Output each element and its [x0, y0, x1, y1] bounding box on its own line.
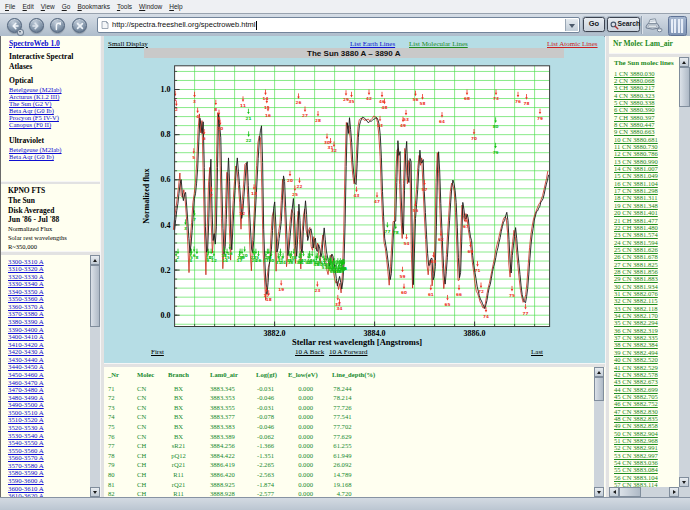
menu-tools[interactable]: Tools	[117, 3, 132, 10]
scroll-down-button[interactable]	[594, 487, 604, 497]
range-link[interactable]: 3540-3550 A	[8, 439, 44, 446]
atlas-link[interactable]: Beta Aqr (G0 Ib)	[9, 107, 54, 114]
range-link[interactable]: 3380-3390 A	[8, 318, 44, 325]
molec-line-link[interactable]: 41 CN 3882.529	[614, 364, 658, 371]
range-link[interactable]: 3300-3310 A	[8, 258, 44, 265]
molec-line-link[interactable]: 31 CN 3882.076	[614, 290, 658, 297]
menu-view[interactable]: View	[41, 3, 55, 10]
molec-line-link[interactable]: 4 CN 3880.323	[614, 92, 654, 99]
molec-line-link[interactable]: 2 CN 3880.068	[614, 77, 654, 84]
range-link[interactable]: 3530-3540 A	[8, 432, 44, 439]
molec-line-link[interactable]: 17 CN 3881.298	[614, 187, 658, 194]
molec-line-link[interactable]: 44 CN 3882.699	[614, 386, 658, 393]
scroll-up-button[interactable]	[90, 255, 100, 265]
table-scrollbar[interactable]	[594, 367, 604, 497]
range-link[interactable]: 3410-3420 A	[8, 341, 44, 348]
molec-line-link[interactable]: 55 CN 3883.084	[614, 466, 658, 473]
molec-line-link[interactable]: 51 CN 3882.968	[614, 437, 658, 444]
atlas-link[interactable]: Betelgeuse (M2Iab)	[9, 86, 62, 93]
molec-line-link[interactable]: 47 CN 3882.830	[614, 408, 658, 415]
range-link[interactable]: 3360-3370 A	[8, 303, 44, 310]
molec-line-link[interactable]: 53 CN 3882.997	[614, 452, 658, 459]
molec-line-link[interactable]: 10 CN 3880.681	[614, 136, 658, 143]
atlas-link[interactable]: The Sun (G2 V)	[9, 100, 52, 107]
molec-line-link[interactable]: 38 CN 3882.384	[614, 341, 658, 348]
nav-first-link[interactable]: First	[151, 348, 164, 356]
menu-window[interactable]: Window	[139, 3, 162, 10]
nav-last-link[interactable]: Last	[531, 348, 543, 356]
molec-line-link[interactable]: 39 CN 3882.494	[614, 349, 658, 356]
scroll-up-button[interactable]	[594, 367, 604, 377]
scroll-down-button[interactable]	[90, 487, 100, 497]
molec-line-link[interactable]: 30 CN 3881.934	[614, 283, 658, 290]
atlas-link[interactable]: Canopus (F0 II)	[9, 121, 51, 128]
forward-button[interactable]	[29, 18, 44, 33]
ranges-scrollbar[interactable]	[90, 255, 100, 497]
stop-button[interactable]	[72, 18, 87, 33]
range-link[interactable]: 3600-3610 A	[8, 485, 44, 492]
printer-icon[interactable]	[644, 17, 663, 33]
molec-line-link[interactable]: 32 CN 3882.115	[614, 297, 658, 304]
molec-line-link[interactable]: 35 CN 3882.294	[614, 319, 658, 326]
molec-line-link[interactable]: 14 CN 3881.007	[614, 165, 658, 172]
scroll-up-button[interactable]	[679, 57, 689, 67]
molec-line-link[interactable]: 27 CN 3881.825	[614, 261, 658, 268]
reload-button[interactable]	[50, 18, 65, 33]
range-link[interactable]: 3390-3400 A	[8, 326, 44, 333]
molec-line-link[interactable]: 45 CN 3882.705	[614, 393, 658, 400]
back-dropdown-icon[interactable]	[17, 29, 24, 36]
range-link[interactable]: 3490-3500 A	[8, 401, 44, 408]
molec-line-link[interactable]: 50 CN 3882.904	[614, 430, 658, 437]
range-link[interactable]: 3520-3530 A	[8, 424, 44, 431]
range-link[interactable]: 3470-3480 A	[8, 386, 44, 393]
range-link[interactable]: 3370-3380 A	[8, 310, 44, 317]
molec-line-link[interactable]: 22 CH 3881.480	[614, 224, 658, 231]
molec-line-link[interactable]: 8 CN 3880.447	[614, 121, 654, 128]
molec-line-link[interactable]: 34 CN 3882.170	[614, 312, 658, 319]
menu-edit[interactable]: Edit	[23, 3, 34, 10]
atlas-link[interactable]: Betelgeuse (M2Iab)	[9, 146, 62, 153]
molec-vscrollbar[interactable]	[679, 57, 690, 487]
scrollbar-thumb[interactable]	[619, 487, 641, 497]
molec-line-link[interactable]: 37 CN 3882.335	[614, 334, 658, 341]
molec-line-link[interactable]: 21 CH 3881.477	[614, 217, 658, 224]
molec-line-link[interactable]: 56 CN 3883.104	[614, 474, 658, 481]
molec-line-link[interactable]: 12 CN 3880.786	[614, 150, 658, 157]
range-link[interactable]: 3480-3490 A	[8, 394, 44, 401]
menu-file[interactable]: File	[5, 3, 16, 10]
throbber-logo[interactable]	[668, 16, 687, 36]
molec-line-link[interactable]: 40 CN 3882.520	[614, 356, 658, 363]
url-dropdown-button[interactable]	[565, 19, 578, 31]
molec-line-link[interactable]: 18 CN 3881.311	[614, 194, 658, 201]
molec-hscrollbar[interactable]	[609, 487, 679, 497]
scrollbar-thumb[interactable]	[679, 67, 690, 107]
scrollbar-thumb[interactable]	[90, 265, 100, 327]
range-link[interactable]: 3510-3520 A	[8, 416, 44, 423]
molec-line-link[interactable]: 49 CN 3882.858	[614, 422, 658, 429]
range-link[interactable]: 3310-3320 A	[8, 265, 44, 272]
search-button[interactable]: Search	[607, 17, 640, 32]
range-link[interactable]: 3590-3600 A	[8, 477, 44, 484]
molec-line-link[interactable]: 13 CN 3880.990	[614, 158, 658, 165]
menu-bookmarks[interactable]: Bookmarks	[77, 3, 110, 10]
molec-line-link[interactable]: 48 CN 3882.835	[614, 415, 658, 422]
range-link[interactable]: 3400-3410 A	[8, 333, 44, 340]
range-link[interactable]: 3420-3430 A	[8, 348, 44, 355]
range-link[interactable]: 3460-3470 A	[8, 379, 44, 386]
atlas-link[interactable]: Beta Aqr (G0 Ib)	[9, 153, 54, 160]
atlas-link[interactable]: Procyon (F5 IV-V)	[9, 114, 59, 121]
range-link[interactable]: 3440-3450 A	[8, 363, 44, 370]
url-bar[interactable]: http://spectra.freeshell.org/spectroweb.…	[97, 17, 580, 33]
molec-line-link[interactable]: 19 CN 3881.348	[614, 202, 658, 209]
molec-line-link[interactable]: 33 CN 3882.118	[614, 305, 658, 312]
molec-line-link[interactable]: 11 CN 3880.730	[614, 143, 658, 150]
range-link[interactable]: 3550-3560 A	[8, 447, 44, 454]
molec-line-link[interactable]: 25 CN 3881.626	[614, 246, 658, 253]
molec-line-link[interactable]: 46 CN 3882.752	[614, 400, 658, 407]
molec-line-link[interactable]: 54 CN 3883.036	[614, 459, 658, 466]
atlas-link[interactable]: Arcturus (K1.2 III)	[9, 93, 59, 100]
molec-line-link[interactable]: 20 CN 3881.401	[614, 209, 658, 216]
scrollbar-thumb[interactable]	[594, 377, 604, 401]
menu-help[interactable]: Help	[169, 3, 182, 10]
molec-line-link[interactable]: 15 CN 3881.049	[614, 172, 658, 179]
